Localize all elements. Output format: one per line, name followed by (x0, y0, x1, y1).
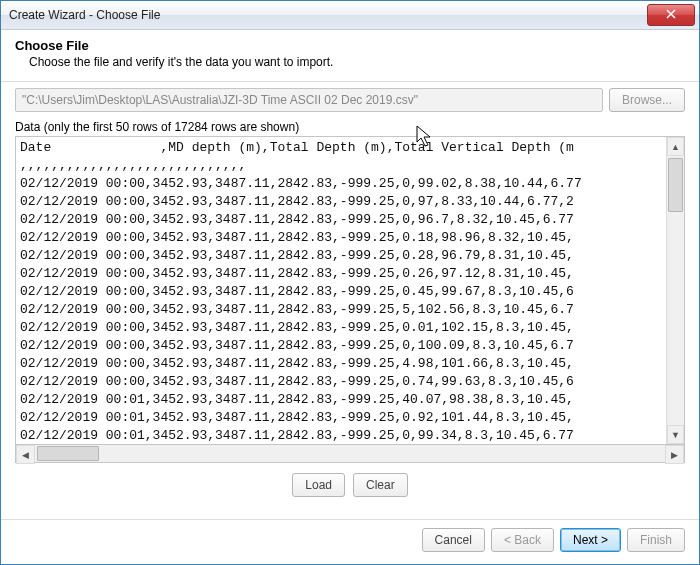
cancel-button[interactable]: Cancel (422, 528, 485, 552)
data-preview-text[interactable]: Date ,MD depth (m),Total Depth (m),Total… (16, 137, 666, 444)
page-header: Choose File Choose the file and verify i… (1, 30, 699, 81)
horizontal-scrollbar[interactable]: ◀ ▶ (15, 445, 685, 463)
page-title: Choose File (15, 38, 685, 53)
body: "C:\Users\Jim\Desktop\LAS\Australia\JZI-… (1, 82, 699, 519)
next-button[interactable]: Next > (560, 528, 621, 552)
scroll-left-icon[interactable]: ◀ (16, 445, 35, 464)
file-row: "C:\Users\Jim\Desktop\LAS\Australia\JZI-… (15, 88, 685, 112)
page-subtitle: Choose the file and verify it's the data… (15, 55, 685, 69)
titlebar[interactable]: Create Wizard - Choose File (1, 1, 699, 30)
vertical-scroll-track[interactable] (667, 156, 684, 425)
clear-button[interactable]: Clear (353, 473, 408, 497)
horizontal-scroll-thumb[interactable] (37, 446, 99, 461)
wizard-window: Create Wizard - Choose File Choose File … (0, 0, 700, 565)
close-button[interactable] (647, 4, 695, 26)
horizontal-scroll-track[interactable] (35, 445, 665, 462)
wizard-footer: Cancel < Back Next > Finish (1, 519, 699, 564)
preview-actions: Load Clear (15, 463, 685, 509)
vertical-scroll-thumb[interactable] (668, 158, 683, 212)
window-title: Create Wizard - Choose File (1, 8, 647, 22)
scroll-down-icon[interactable]: ▼ (667, 425, 684, 444)
finish-button[interactable]: Finish (627, 528, 685, 552)
data-preview: Date ,MD depth (m),Total Depth (m),Total… (15, 136, 685, 445)
scroll-right-icon[interactable]: ▶ (665, 445, 684, 464)
browse-button[interactable]: Browse... (609, 88, 685, 112)
load-button[interactable]: Load (292, 473, 345, 497)
close-icon (666, 9, 676, 21)
scroll-up-icon[interactable]: ▲ (667, 137, 684, 156)
vertical-scrollbar[interactable]: ▲ ▼ (666, 137, 684, 444)
file-path-input[interactable]: "C:\Users\Jim\Desktop\LAS\Australia\JZI-… (15, 88, 603, 112)
back-button[interactable]: < Back (491, 528, 554, 552)
data-caption: Data (only the first 50 rows of 17284 ro… (15, 120, 685, 134)
